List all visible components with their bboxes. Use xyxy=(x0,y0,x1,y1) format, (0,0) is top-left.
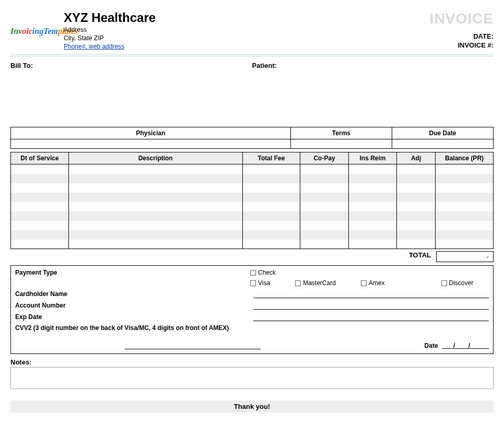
items-header-fee: Total Fee xyxy=(242,152,300,164)
items-header-adj: Adj xyxy=(397,152,436,164)
cell-desc[interactable] xyxy=(68,183,242,193)
table-row xyxy=(11,193,494,202)
exp-field[interactable] xyxy=(253,313,489,321)
cardholder-field[interactable] xyxy=(253,290,489,298)
cell-dt[interactable] xyxy=(11,221,69,230)
cell-fee[interactable] xyxy=(242,211,300,221)
cell-fee[interactable] xyxy=(242,193,300,202)
signature-line[interactable] xyxy=(125,341,261,349)
notes-field[interactable] xyxy=(10,367,494,389)
items-header-desc: Description xyxy=(68,152,242,164)
cell-dt[interactable] xyxy=(11,230,69,240)
table-row xyxy=(11,183,494,193)
payment-date-field[interactable]: __/__/___ xyxy=(442,342,489,349)
header: InvoicingTemplates XYZ Healthcare Addres… xyxy=(10,10,494,56)
cell-ins[interactable] xyxy=(348,193,396,202)
cell-copay[interactable] xyxy=(300,183,348,193)
cell-adj[interactable] xyxy=(397,240,436,249)
cell-adj[interactable] xyxy=(397,183,436,193)
cell-fee[interactable] xyxy=(242,240,300,249)
date-label: DATE: xyxy=(473,32,494,40)
cell-fee[interactable] xyxy=(242,202,300,211)
cell-dt[interactable] xyxy=(11,202,69,211)
cell-adj[interactable] xyxy=(397,221,436,230)
cell-dt[interactable] xyxy=(11,164,69,174)
cell-bal[interactable] xyxy=(436,202,494,211)
company-contact-link[interactable]: Phone#, web address xyxy=(64,43,124,50)
cell-adj[interactable] xyxy=(397,164,436,174)
cardholder-label: Cardholder Name xyxy=(15,290,250,298)
cell-desc[interactable] xyxy=(68,221,242,230)
payment-opt-mastercard[interactable]: MasterCard xyxy=(295,279,336,287)
cell-fee[interactable] xyxy=(242,221,300,230)
cell-bal[interactable] xyxy=(436,164,494,174)
cell-adj[interactable] xyxy=(397,202,436,211)
account-field[interactable] xyxy=(253,301,489,310)
cell-copay[interactable] xyxy=(300,174,348,183)
cell-desc[interactable] xyxy=(68,174,242,183)
cell-copay[interactable] xyxy=(300,230,348,240)
cell-dt[interactable] xyxy=(11,211,69,221)
cell-copay[interactable] xyxy=(300,202,348,211)
cell-ins[interactable] xyxy=(348,221,396,230)
cell-ins[interactable] xyxy=(348,164,396,174)
payment-opt-amex[interactable]: Amex xyxy=(361,279,385,287)
checkbox-icon[interactable] xyxy=(361,280,367,286)
payment-opt-visa[interactable]: Visa xyxy=(250,279,270,287)
cell-bal[interactable] xyxy=(436,230,494,240)
cell-bal[interactable] xyxy=(436,183,494,193)
footer-thankyou: Thank you! xyxy=(10,400,494,413)
cell-adj[interactable] xyxy=(397,174,436,183)
cell-copay[interactable] xyxy=(300,240,348,249)
patient-label: Patient: xyxy=(252,62,277,69)
summary-value-physician[interactable] xyxy=(11,139,291,149)
table-row xyxy=(11,202,494,211)
cell-ins[interactable] xyxy=(348,211,396,221)
cell-fee[interactable] xyxy=(242,174,300,183)
payment-opt-discover[interactable]: Discover xyxy=(441,279,474,287)
cell-dt[interactable] xyxy=(11,174,69,183)
cell-adj[interactable] xyxy=(397,230,436,240)
cell-adj[interactable] xyxy=(397,211,436,221)
cell-fee[interactable] xyxy=(242,164,300,174)
cell-dt[interactable] xyxy=(11,193,69,202)
cell-dt[interactable] xyxy=(11,240,69,249)
cell-bal[interactable] xyxy=(436,240,494,249)
cell-desc[interactable] xyxy=(68,211,242,221)
checkbox-icon[interactable] xyxy=(250,280,256,286)
cell-ins[interactable] xyxy=(348,174,396,183)
cell-desc[interactable] xyxy=(68,164,242,174)
company-name: XYZ Healthcare xyxy=(64,10,494,25)
checkbox-icon[interactable] xyxy=(441,280,447,286)
cell-desc[interactable] xyxy=(68,193,242,202)
cell-copay[interactable] xyxy=(300,211,348,221)
payment-box: Payment Type Check Visa MasterCard Amex … xyxy=(10,265,494,354)
total-row: TOTAL - xyxy=(10,251,494,262)
cell-bal[interactable] xyxy=(436,193,494,202)
cell-bal[interactable] xyxy=(436,174,494,183)
cell-desc[interactable] xyxy=(68,230,242,240)
summary-value-duedate[interactable] xyxy=(392,139,493,149)
cell-adj[interactable] xyxy=(397,193,436,202)
total-value: - xyxy=(436,251,494,262)
cell-ins[interactable] xyxy=(348,202,396,211)
checkbox-icon[interactable] xyxy=(295,280,301,286)
cell-fee[interactable] xyxy=(242,230,300,240)
company-info: XYZ Healthcare Address City, State ZIP P… xyxy=(64,10,494,50)
cell-copay[interactable] xyxy=(300,221,348,230)
cell-copay[interactable] xyxy=(300,164,348,174)
cell-ins[interactable] xyxy=(348,240,396,249)
cell-ins[interactable] xyxy=(348,230,396,240)
cell-bal[interactable] xyxy=(436,211,494,221)
cell-bal[interactable] xyxy=(436,221,494,230)
payment-opt-check[interactable]: Check xyxy=(250,269,276,276)
summary-value-terms[interactable] xyxy=(290,139,392,149)
cell-copay[interactable] xyxy=(300,193,348,202)
checkbox-icon[interactable] xyxy=(250,270,256,276)
cell-ins[interactable] xyxy=(348,183,396,193)
items-header-ins: Ins Reim xyxy=(348,152,396,164)
cell-desc[interactable] xyxy=(68,202,242,211)
cell-dt[interactable] xyxy=(11,183,69,193)
cell-fee[interactable] xyxy=(242,183,300,193)
cell-desc[interactable] xyxy=(68,240,242,249)
